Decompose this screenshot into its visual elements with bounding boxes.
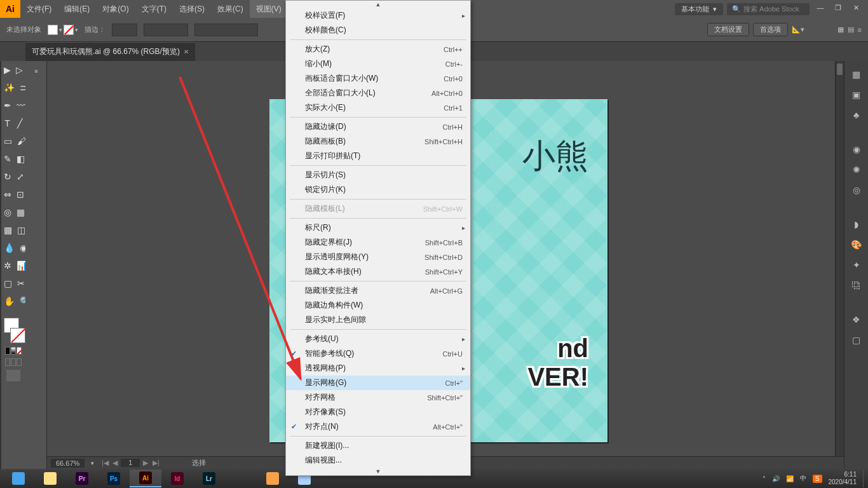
ime-icon[interactable]: 中	[800, 474, 806, 483]
gradient-tool[interactable]: ◫	[17, 222, 25, 238]
color-panel-icon[interactable]: ♣	[850, 108, 864, 122]
panel-icon[interactable]: ▤	[848, 25, 854, 34]
artboards-panel-icon[interactable]: ▢	[850, 333, 864, 347]
shaper-tool[interactable]: ✎	[4, 151, 11, 167]
network-icon[interactable]: 📶	[786, 475, 794, 482]
pen-tool[interactable]: ✒	[4, 97, 11, 114]
rotate-tool[interactable]: ↻	[4, 168, 11, 185]
taskbar-app[interactable]	[3, 470, 34, 487]
symbol-sprayer-tool[interactable]: ✲	[4, 257, 11, 274]
menu-item[interactable]: 隐藏文本串接(H)Shift+Ctrl+Y	[286, 264, 470, 279]
menu-item[interactable]: 全部适合窗口大小(L)Alt+Ctrl+0	[286, 86, 470, 100]
brush-input[interactable]	[194, 24, 258, 36]
line-tool[interactable]: ╱	[16, 115, 23, 132]
menu-item[interactable]: 隐藏画板(B)Shift+Ctrl+H	[286, 134, 470, 149]
expand-icon[interactable]: ≡	[28, 63, 44, 79]
sogou-icon[interactable]: S	[813, 475, 822, 483]
slice-tool[interactable]: ✂	[17, 275, 25, 292]
preferences-button[interactable]: 首选项	[753, 23, 788, 36]
menu-文字[interactable]: 文字(T)	[135, 0, 173, 18]
direct-selection-tool[interactable]: ▷	[16, 62, 23, 78]
artboard-tool[interactable]: ▢	[4, 275, 12, 292]
properties-panel-icon[interactable]: ▦	[850, 67, 864, 81]
menu-item[interactable]: 锁定切片(K)	[286, 182, 470, 197]
eraser-tool[interactable]: ◧	[17, 151, 25, 167]
last-artboard-button[interactable]: ▶|	[151, 459, 160, 467]
maximize-button[interactable]: ❐	[831, 4, 845, 14]
menu-item[interactable]: 编辑视图...	[286, 453, 470, 468]
taskbar-app[interactable]: Pr	[66, 470, 98, 487]
document-setup-button[interactable]: 文档设置	[707, 23, 749, 36]
vertical-scrollbar[interactable]	[835, 61, 844, 456]
cc-panel-icon[interactable]: ◉	[850, 142, 864, 156]
menu-item[interactable]: 对齐网格Shift+Ctrl+"	[286, 390, 470, 405]
align-icon[interactable]: 📐▾	[792, 25, 804, 34]
draw-behind[interactable]	[11, 358, 16, 366]
menu-item[interactable]: 标尺(R)	[286, 220, 470, 235]
scroll-up-icon[interactable]: ▲	[286, 1, 470, 8]
libraries-panel-icon[interactable]: ▣	[850, 88, 864, 102]
stroke-swatch[interactable]	[64, 25, 74, 35]
menu-item[interactable]: 显示切片(S)	[286, 168, 470, 182]
magic-wand-tool[interactable]: ✨	[4, 79, 15, 96]
free-transform-tool[interactable]: ⊡	[17, 186, 24, 203]
taskbar-app[interactable]	[34, 470, 66, 487]
menu-item[interactable]: 校样设置(F)	[286, 8, 470, 23]
menu-文件[interactable]: 文件(F)	[20, 0, 58, 18]
panel-icon[interactable]: ▦	[837, 25, 844, 34]
stroke-weight-input[interactable]	[112, 24, 137, 36]
draw-normal[interactable]	[5, 358, 10, 366]
menu-item[interactable]: 显示实时上色间隙	[286, 313, 470, 327]
document-tab[interactable]: 可爱玩具和玩偶熊.ai @ 66.67% (RGB/预览) ✕	[25, 42, 195, 61]
paintbrush-tool[interactable]: 🖌	[17, 133, 26, 149]
type-tool[interactable]: T	[4, 115, 11, 132]
menu-item[interactable]: 隐藏边缘(D)Ctrl+H	[286, 119, 470, 134]
minimize-button[interactable]: —	[813, 4, 827, 14]
volume-icon[interactable]: 🔊	[772, 475, 780, 482]
eyedropper-tool[interactable]: 💧	[4, 240, 15, 256]
menu-item[interactable]: 隐藏渐变批注者Alt+Ctrl+G	[286, 283, 470, 298]
menu-item[interactable]: 对齐像素(S)	[286, 405, 470, 419]
stroke-panel-icon[interactable]: 🎨	[850, 238, 864, 252]
menu-item[interactable]: 参考线(U)	[286, 332, 470, 346]
zoom-level[interactable]: 66.67%	[51, 459, 85, 468]
next-artboard-button[interactable]: ▶	[141, 459, 150, 467]
swatches-panel-icon[interactable]: ◎	[850, 183, 864, 197]
perspective-tool[interactable]: ▦	[17, 204, 25, 220]
tray-up-icon[interactable]: ˄	[763, 475, 766, 482]
none-mode[interactable]	[17, 347, 22, 355]
system-clock[interactable]: 6:11 2020/4/11	[829, 471, 857, 486]
menu-item[interactable]: 隐藏边角构件(W)	[286, 298, 470, 313]
show-desktop-button[interactable]	[863, 470, 867, 487]
fill-stroke-indicator[interactable]	[4, 318, 29, 343]
taskbar-app[interactable]: Ps	[98, 470, 130, 487]
menu-item[interactable]: 显示网格(G)Ctrl+"	[286, 376, 470, 390]
menu-item[interactable]: 显示透明度网格(Y)Shift+Ctrl+D	[286, 250, 470, 264]
layers-panel-icon[interactable]: ❖	[850, 313, 864, 327]
menu-item[interactable]: 校样颜色(C)	[286, 23, 470, 37]
menu-item[interactable]: 画板适合窗口大小(W)Ctrl+0	[286, 71, 470, 86]
stroke-color[interactable]	[10, 328, 25, 343]
rectangle-tool[interactable]: ▭	[4, 133, 12, 149]
screen-mode-button[interactable]	[6, 370, 20, 381]
menu-item[interactable]: 隐藏定界框(J)Shift+Ctrl+B	[286, 235, 470, 250]
taskbar-app[interactable]	[257, 470, 288, 487]
menu-编辑[interactable]: 编辑(E)	[58, 0, 96, 18]
menu-效果[interactable]: 效果(C)	[211, 0, 250, 18]
shape-builder-tool[interactable]: ◎	[4, 204, 11, 220]
menu-item[interactable]: 实际大小(E)Ctrl+1	[286, 100, 470, 115]
color-mode[interactable]	[5, 347, 10, 355]
close-icon[interactable]: ✕	[184, 48, 189, 55]
stock-search[interactable]: 🔍搜索 Adobe Stock	[727, 3, 810, 15]
menu-item[interactable]: 放大(Z)Ctrl++	[286, 42, 470, 57]
stroke-profile-input[interactable]	[144, 24, 188, 36]
width-tool[interactable]: ⇔	[4, 186, 11, 203]
menu-item[interactable]: 对齐点(N)Alt+Ctrl+"	[286, 419, 470, 434]
artboard-number[interactable]: 1	[121, 459, 140, 467]
taskbar-app[interactable]: Ai	[130, 470, 161, 487]
menu-item[interactable]: 智能参考线(Q)Ctrl+U	[286, 346, 470, 361]
menu-item[interactable]: 透视网格(P)	[286, 361, 470, 376]
chevron-down-icon[interactable]: ▾	[75, 27, 78, 33]
selection-tool[interactable]: ▶	[4, 62, 11, 78]
menu-item[interactable]: 新建视图(I)...	[286, 438, 470, 453]
